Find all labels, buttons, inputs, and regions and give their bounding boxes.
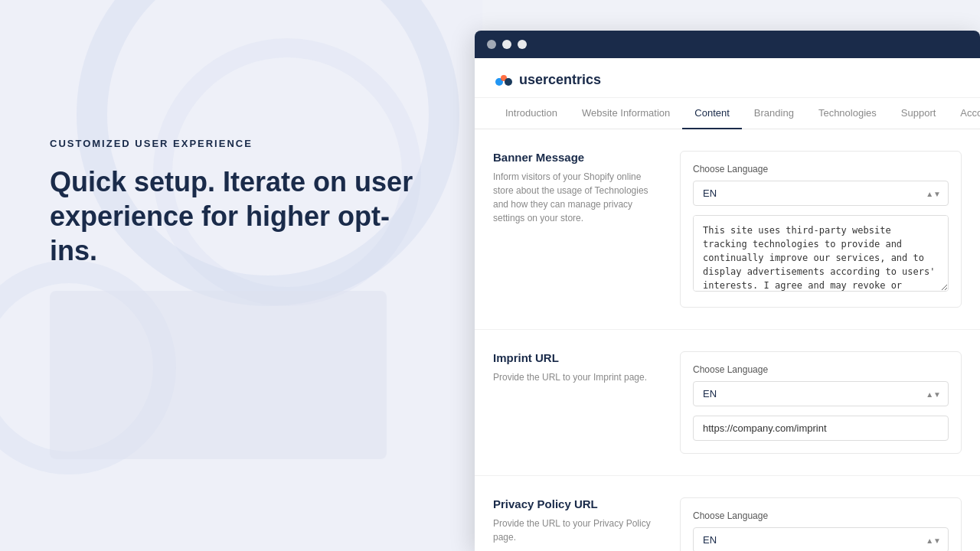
imprint-title: Imprint URL: [493, 351, 662, 364]
banner-card: Choose Language EN DE FR ▲▼ This site us…: [680, 151, 962, 308]
nav-tabs: Introduction Website Information Content…: [475, 98, 980, 129]
imprint-language-select-wrapper: EN DE FR ▲▼: [693, 381, 949, 406]
app-content: usercentrics Introduction Website Inform…: [475, 58, 980, 551]
privacy-title: Privacy Policy URL: [493, 497, 662, 510]
tab-account[interactable]: Account: [948, 98, 980, 129]
left-panel: CUSTOMIZED USER EXPERIENCE Quick setup. …: [0, 0, 482, 551]
banner-language-select-wrapper: EN DE FR ▲▼: [693, 181, 949, 206]
screenshot-placeholder: [50, 291, 387, 459]
privacy-section-right: Choose Language EN DE FR ▲▼: [680, 497, 962, 551]
banner-title: Banner Message: [493, 151, 662, 164]
privacy-language-select[interactable]: EN DE FR: [693, 527, 949, 551]
imprint-section: Imprint URL Provide the URL to your Impr…: [475, 330, 980, 476]
tab-introduction[interactable]: Introduction: [493, 98, 570, 129]
privacy-language-label: Choose Language: [693, 510, 949, 521]
banner-section-right: Choose Language EN DE FR ▲▼ This site us…: [680, 151, 962, 308]
tab-support[interactable]: Support: [889, 98, 949, 129]
tab-website-information[interactable]: Website Information: [570, 98, 682, 129]
imprint-card: Choose Language EN DE FR ▲▼: [680, 351, 962, 454]
imprint-language-select[interactable]: EN DE FR: [693, 381, 949, 406]
imprint-desc: Provide the URL to your Imprint page.: [493, 370, 662, 384]
tab-content[interactable]: Content: [682, 98, 742, 129]
headline: Quick setup. Iterate on user experience …: [50, 165, 417, 268]
banner-desc: Inform visitors of your Shopify online s…: [493, 170, 662, 225]
browser-window: usercentrics Introduction Website Inform…: [475, 31, 980, 551]
main-content: Banner Message Inform visitors of your S…: [475, 129, 980, 551]
banner-section-left: Banner Message Inform visitors of your S…: [493, 151, 662, 308]
privacy-card: Choose Language EN DE FR ▲▼: [680, 497, 962, 551]
imprint-language-label: Choose Language: [693, 364, 949, 375]
browser-chrome: [475, 31, 980, 58]
banner-section: Banner Message Inform visitors of your S…: [475, 129, 980, 330]
banner-language-label: Choose Language: [693, 164, 949, 174]
imprint-section-right: Choose Language EN DE FR ▲▼: [680, 351, 962, 454]
privacy-section-left: Privacy Policy URL Provide the URL to yo…: [493, 497, 662, 551]
svg-point-2: [505, 78, 512, 86]
logo-text: usercentrics: [519, 72, 601, 88]
logo: usercentrics: [493, 72, 962, 88]
banner-language-select[interactable]: EN DE FR: [693, 181, 949, 206]
banner-textarea[interactable]: This site uses third-party website track…: [693, 215, 949, 292]
imprint-section-left: Imprint URL Provide the URL to your Impr…: [493, 351, 662, 454]
browser-dot-2: [502, 40, 511, 49]
tagline: CUSTOMIZED USER EXPERIENCE: [50, 138, 417, 149]
browser-dot-3: [518, 40, 527, 49]
left-content: CUSTOMIZED USER EXPERIENCE Quick setup. …: [50, 138, 417, 459]
browser-dot-1: [487, 40, 496, 49]
tab-technologies[interactable]: Technologies: [806, 98, 889, 129]
logo-bar: usercentrics: [475, 58, 980, 98]
privacy-language-select-wrapper: EN DE FR ▲▼: [693, 527, 949, 551]
logo-icon: [493, 73, 514, 88]
privacy-desc: Provide the URL to your Privacy Policy p…: [493, 517, 662, 544]
tab-branding[interactable]: Branding: [742, 98, 806, 129]
privacy-section: Privacy Policy URL Provide the URL to yo…: [475, 476, 980, 551]
imprint-url-input[interactable]: [693, 416, 949, 441]
